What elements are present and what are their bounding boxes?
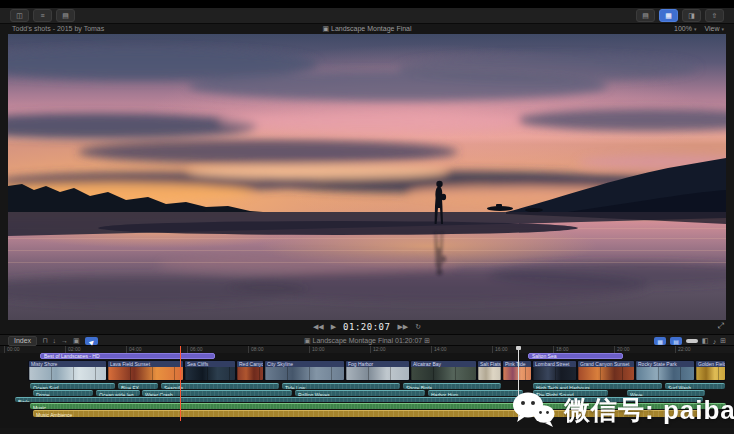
clip-name-label: Golden Fields xyxy=(696,361,725,367)
video-clip[interactable]: City Skyline xyxy=(264,360,345,381)
clip-appearance-icon[interactable]: ◧ xyxy=(702,337,709,345)
viewer-header: Todd's shots - 2015 by Tomas ▣ Landscape… xyxy=(0,24,734,34)
sidebar-icon: ◫ xyxy=(16,11,23,20)
play-button[interactable]: ▶ xyxy=(331,323,336,331)
ruler-tick: 18:00 xyxy=(553,346,569,353)
keyword-editor-button[interactable]: ▤ xyxy=(56,9,75,22)
clip-thumbnail xyxy=(185,367,235,381)
clip-thumbnail xyxy=(265,367,344,381)
title-clip[interactable]: Best of Landscapes - HD xyxy=(40,353,215,359)
audio-skimming-icon[interactable]: ♪ xyxy=(713,338,717,345)
audio-clip[interactable]: Surf Wash xyxy=(665,383,725,389)
fullscreen-icon[interactable]: ⤢ xyxy=(718,321,724,331)
clip-name-label: Surf Wash xyxy=(668,385,722,389)
video-clip[interactable]: Rocky State Park xyxy=(635,360,695,381)
video-clip[interactable]: Grand Canyon Sunset xyxy=(577,360,635,381)
top-toolbar: ◫ ≡ ▤ ▤ ▦ ◨ ⇧ xyxy=(0,8,734,24)
browser-toggle-button[interactable]: ▤ xyxy=(636,9,655,22)
ruler-tick: 00:00 xyxy=(4,346,20,353)
timeline-icon: ▦ xyxy=(665,11,672,20)
fcpx-window: ◫ ≡ ▤ ▤ ▦ ◨ ⇧ Todd's shots - 2015 by Tom… xyxy=(0,0,734,434)
timeline-project-label: ▣ Landscape Montage Final 01:20:07 ⊞ xyxy=(0,337,734,345)
audio-clip[interactable]: Seagulls xyxy=(161,383,279,389)
clip-thumbnail xyxy=(578,367,634,381)
toolbar-right-group: ▤ ▦ ◨ ⇧ xyxy=(636,9,724,22)
clip-thumbnail xyxy=(503,367,531,381)
audio-clip[interactable]: Water Crash xyxy=(142,390,292,396)
audio-clip[interactable]: Shore Birds xyxy=(403,383,501,389)
toolbar-left-group: ◫ ≡ ▤ xyxy=(10,9,75,22)
clip-name-label: Blue FX xyxy=(121,385,155,389)
audio-clip[interactable]: Blue FX xyxy=(118,383,158,389)
share-button[interactable]: ⇧ xyxy=(705,9,724,22)
ruler-tick: 04:00 xyxy=(126,346,142,353)
clip-name-label: Tide Low xyxy=(285,385,397,389)
video-clip[interactable]: Lombard Street xyxy=(532,360,577,381)
watermark-text: 微信号: paibar_cn xyxy=(564,393,734,428)
clip-thumbnail xyxy=(533,367,576,381)
ruler-tick: 14:00 xyxy=(431,346,447,353)
skip-back-button[interactable]: ◀◀ xyxy=(313,323,324,331)
zoom-level-dropdown[interactable]: 100%▾ xyxy=(674,25,696,32)
view-dropdown[interactable]: View▾ xyxy=(704,25,724,32)
video-clip[interactable]: Golden Fields xyxy=(695,360,726,381)
inspector-toggle-button[interactable]: ◨ xyxy=(682,9,701,22)
share-icon: ⇧ xyxy=(712,11,718,20)
clip-name-label: Water Crash xyxy=(145,392,289,396)
video-clip[interactable]: Salt Flats xyxy=(477,360,502,381)
viewer-title: ▣ Landscape Montage Final xyxy=(0,25,734,33)
video-clip[interactable]: Misty Shore xyxy=(28,360,107,381)
timeline-row-audio: Ocean SurfBlue FXSeagullsTide LowShore B… xyxy=(0,383,734,389)
watermark: 微信号: paibar_cn xyxy=(512,391,734,429)
loop-button[interactable]: ↻ xyxy=(415,323,421,331)
ruler-tick: 12:00 xyxy=(370,346,386,353)
sidebar-toggle-button[interactable]: ◫ xyxy=(10,9,29,22)
wechat-icon xyxy=(512,391,556,429)
timeline-row-video: Misty ShoreLava Field SunsetSea CliffsRe… xyxy=(0,360,734,381)
media-import-button[interactable]: ≡ xyxy=(33,9,52,22)
audio-clip[interactable]: Drone xyxy=(33,390,93,396)
inspector-icon: ◨ xyxy=(688,11,695,20)
transport-controls: ◀◀ ▶ 01:20:07 ▶▶ ↻ xyxy=(0,320,734,334)
snapping-icon[interactable]: ⊞ xyxy=(720,337,726,345)
ruler-tick: 16:00 xyxy=(492,346,508,353)
chevron-down-icon: ▾ xyxy=(721,26,724,32)
clip-name-label: Shore Birds xyxy=(406,385,498,389)
keyword-icon: ▤ xyxy=(62,11,69,20)
clip-thumbnail xyxy=(478,367,501,381)
zoom-slider[interactable] xyxy=(686,339,698,343)
title-clip[interactable]: Salton Sea xyxy=(528,353,623,359)
audio-clip[interactable]: Ocean wide leg xyxy=(96,390,140,396)
viewer-canvas[interactable] xyxy=(8,34,726,320)
video-clip[interactable]: Red Canyon xyxy=(236,360,264,381)
clip-name-label: Harbor Hum xyxy=(431,392,520,396)
clip-thumbnail xyxy=(346,367,409,381)
timeline-toggle-button[interactable]: ▦ xyxy=(659,9,678,22)
transitions-browser-button[interactable]: ▤ xyxy=(670,337,682,345)
video-clip[interactable]: Alcatraz Bay xyxy=(410,360,477,381)
chevron-down-icon: ▾ xyxy=(694,26,697,32)
clip-thumbnail xyxy=(411,367,476,381)
ruler-tick: 22:00 xyxy=(675,346,691,353)
clip-name-label: Salton Sea xyxy=(532,354,619,359)
audio-clip[interactable]: Tide Low xyxy=(282,383,400,389)
video-clip[interactable]: Lava Field Sunset xyxy=(107,360,184,381)
audio-clip[interactable]: Rolling Waves xyxy=(295,390,425,396)
audio-clip[interactable]: High Tech and Harbours xyxy=(533,383,662,389)
audio-clip[interactable]: Harbor Hum xyxy=(428,390,523,396)
skip-forward-button[interactable]: ▶▶ xyxy=(397,323,408,331)
clip-name-label: High Tech and Harbours xyxy=(536,385,659,389)
ruler-tick: 10:00 xyxy=(309,346,325,353)
video-clip[interactable]: Pink Tide xyxy=(502,360,532,381)
video-clip[interactable]: Fog Harbor xyxy=(345,360,410,381)
clip-name-label: Best of Landscapes - HD xyxy=(44,354,211,359)
app-background: ◫ ≡ ▤ ▤ ▦ ◨ ⇧ Todd's shots - 2015 by Tom… xyxy=(0,8,734,434)
clip-thumbnail xyxy=(29,367,106,381)
clip-thumbnail xyxy=(237,367,263,381)
clip-name-label: Grand Canyon Sunset xyxy=(578,361,634,367)
effects-browser-button[interactable]: ▦ xyxy=(654,337,666,345)
import-icon: ≡ xyxy=(40,11,44,20)
clip-name-label: Red Canyon xyxy=(237,361,263,367)
video-clip[interactable]: Sea Cliffs xyxy=(184,360,236,381)
audio-clip[interactable]: Ocean Surf xyxy=(30,383,115,389)
